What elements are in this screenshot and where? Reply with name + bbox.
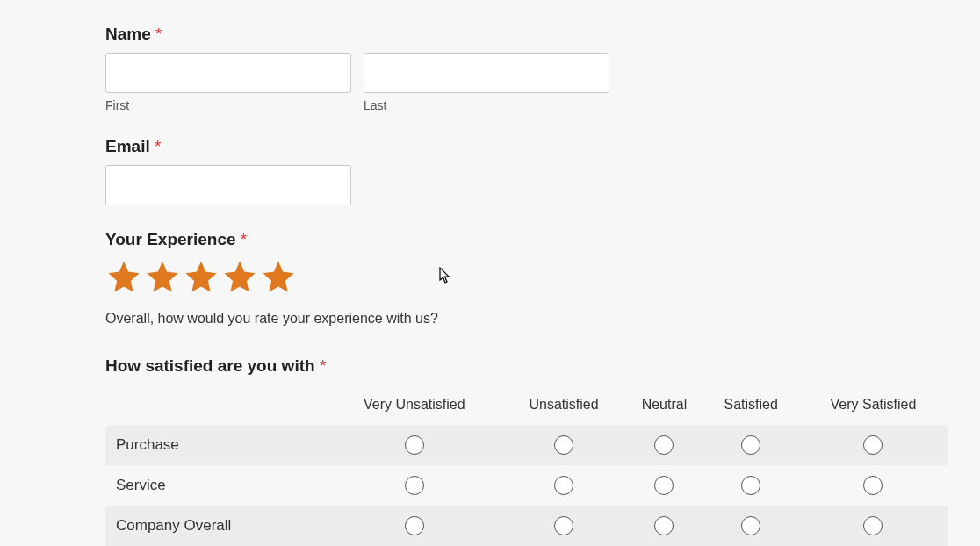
experience-description: Overall, how would you rate your experie…: [105, 311, 948, 327]
first-sublabel: First: [105, 98, 351, 112]
name-label: Name *: [105, 25, 948, 44]
likert-row: Company Overall: [105, 506, 948, 546]
likert-table: Very Unsatisfied Unsatisfied Neutral Sat…: [105, 390, 948, 546]
star-icon[interactable]: [221, 258, 258, 295]
experience-field: Your Experience * Overall, how would you…: [105, 230, 948, 327]
first-name-col: First: [105, 53, 351, 112]
likert-radio[interactable]: [554, 516, 573, 535]
likert-row-label: Service: [105, 465, 326, 506]
likert-radio[interactable]: [863, 476, 883, 495]
likert-col-header: Neutral: [624, 390, 703, 425]
likert-radio[interactable]: [654, 476, 674, 495]
star-icon[interactable]: [105, 258, 142, 295]
experience-required: *: [241, 230, 247, 248]
likert-radio[interactable]: [405, 435, 424, 455]
email-required: *: [155, 137, 161, 155]
likert-radio[interactable]: [654, 516, 674, 535]
likert-col-header: Unsatisfied: [503, 390, 624, 425]
likert-header-row: Very Unsatisfied Unsatisfied Neutral Sat…: [105, 390, 948, 425]
star-rating: [105, 258, 948, 295]
experience-label: Your Experience *: [105, 230, 948, 249]
email-label: Email *: [105, 137, 948, 156]
likert-radio[interactable]: [741, 435, 760, 455]
first-name-input[interactable]: [105, 53, 351, 93]
name-label-text: Name: [105, 25, 151, 43]
likert-col-header: Very Unsatisfied: [326, 390, 503, 425]
likert-header-empty: [105, 390, 326, 425]
likert-radio[interactable]: [863, 516, 883, 535]
likert-radio[interactable]: [741, 476, 760, 495]
likert-radio[interactable]: [863, 435, 883, 455]
name-field: Name * First Last: [105, 25, 948, 112]
last-sublabel: Last: [364, 98, 609, 112]
likert-label-text: How satisfied are you with: [105, 356, 315, 375]
likert-field: How satisfied are you with * Very Unsati…: [105, 356, 948, 546]
likert-row: Service: [105, 465, 948, 506]
likert-row-label: Purchase: [105, 425, 326, 465]
likert-radio[interactable]: [654, 435, 674, 455]
star-icon[interactable]: [260, 258, 297, 295]
likert-col-header: Satisfied: [704, 390, 798, 425]
likert-label: How satisfied are you with *: [105, 356, 948, 376]
likert-radio[interactable]: [741, 516, 760, 535]
experience-label-text: Your Experience: [105, 230, 236, 248]
name-row: First Last: [105, 53, 948, 112]
likert-radio[interactable]: [554, 435, 573, 455]
likert-radio[interactable]: [554, 476, 573, 495]
likert-row-label: Company Overall: [105, 506, 326, 546]
email-input[interactable]: [105, 165, 351, 205]
email-label-text: Email: [105, 137, 150, 155]
email-field: Email *: [105, 137, 948, 205]
feedback-form: Name * First Last Email * Your Experienc…: [105, 25, 948, 546]
last-name-col: Last: [364, 53, 609, 112]
likert-radio[interactable]: [405, 516, 424, 535]
star-icon[interactable]: [183, 258, 220, 295]
likert-col-header: Very Satisfied: [798, 390, 948, 425]
star-icon[interactable]: [144, 258, 181, 295]
likert-radio[interactable]: [405, 476, 424, 495]
likert-row: Purchase: [105, 425, 948, 465]
likert-required: *: [320, 356, 326, 375]
last-name-input[interactable]: [364, 53, 609, 93]
name-required: *: [155, 25, 162, 43]
